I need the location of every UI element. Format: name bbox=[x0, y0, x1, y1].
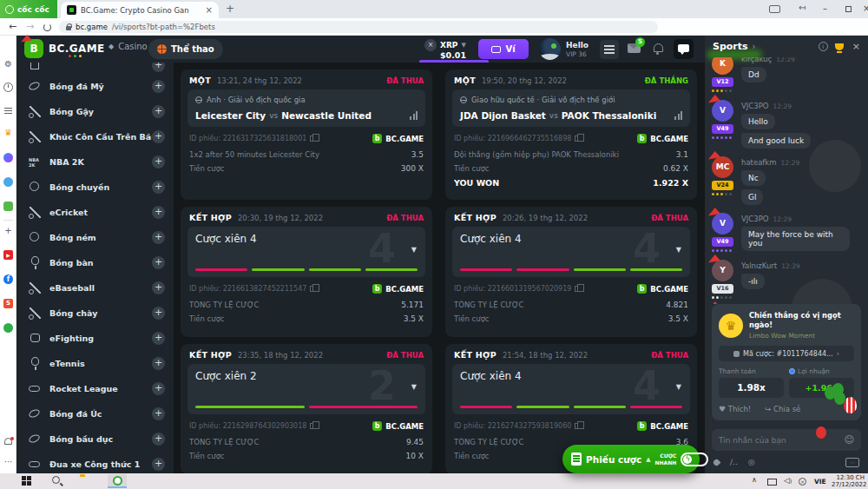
add-favorite-button[interactable]: + bbox=[152, 382, 165, 395]
chat-toggle-button[interactable] bbox=[674, 39, 694, 59]
crown-rewards-icon[interactable]: ♛ bbox=[3, 128, 13, 137]
combo-panel[interactable]: Cược xiên 4 4 ▼ bbox=[452, 227, 690, 277]
expand-caret-icon[interactable]: ▼ bbox=[676, 246, 681, 254]
sidebar-item[interactable]: Bóng đá Mỹ + bbox=[16, 74, 174, 99]
gamepad-icon[interactable] bbox=[3, 202, 13, 211]
add-favorite-button[interactable]: + bbox=[152, 130, 165, 143]
reading-list-icon[interactable] bbox=[3, 106, 13, 116]
info-icon[interactable]: i bbox=[819, 42, 828, 51]
sidebar-item[interactable]: Bóng đá Úc + bbox=[16, 401, 174, 426]
quick-bet-toggle[interactable]: ϟ bbox=[681, 453, 708, 466]
expand-caret-icon[interactable]: ▼ bbox=[411, 246, 417, 254]
add-favorite-button[interactable]: + bbox=[152, 63, 165, 72]
sidebar-item[interactable]: eFighting + bbox=[16, 326, 174, 351]
messenger-icon[interactable] bbox=[3, 153, 13, 162]
coccoc-brand-button[interactable]: cốc cốc bbox=[0, 0, 57, 18]
add-favorite-button[interactable]: + bbox=[152, 407, 165, 420]
history-clock-icon[interactable] bbox=[3, 83, 13, 92]
start-button[interactable] bbox=[22, 476, 31, 486]
bet-list-button[interactable] bbox=[600, 40, 619, 59]
minimize-button[interactable]: – bbox=[823, 3, 827, 13]
like-button[interactable]: ♥ Thích! bbox=[719, 405, 751, 413]
close-window-button[interactable]: × bbox=[863, 3, 868, 13]
copy-icon[interactable] bbox=[310, 286, 315, 292]
more-options-icon[interactable]: ··· bbox=[3, 457, 13, 466]
add-favorite-button[interactable]: + bbox=[152, 80, 165, 93]
username[interactable]: Hello bbox=[566, 41, 589, 50]
youtube-icon[interactable]: ▶ bbox=[3, 250, 13, 260]
copy-icon[interactable] bbox=[310, 135, 315, 142]
sidebar-item[interactable]: Bóng Gậy + bbox=[16, 99, 174, 124]
match-panel[interactable]: Giao hữu quốc tế · Giải vô địch thế giới… bbox=[452, 89, 690, 127]
sidebar-item[interactable]: Bóng bàn + bbox=[16, 250, 174, 275]
add-favorite-button[interactable]: + bbox=[152, 458, 165, 471]
expand-caret-icon[interactable]: ▼ bbox=[676, 383, 681, 391]
add-favorite-button[interactable]: + bbox=[152, 256, 165, 269]
sidebar-item[interactable]: Bóng ném + bbox=[16, 225, 174, 250]
add-favorite-button[interactable]: + bbox=[152, 357, 165, 370]
add-favorite-button[interactable]: + bbox=[152, 433, 165, 446]
avatar[interactable]: K bbox=[712, 57, 733, 75]
settings-gear-icon[interactable]: ⚙ bbox=[3, 59, 13, 69]
add-favorite-button[interactable]: + bbox=[152, 332, 165, 345]
share-button[interactable]: ↪ Chia sẻ bbox=[765, 405, 800, 413]
sidebar-item[interactable]: NBA 2K NBA 2K + bbox=[16, 149, 174, 175]
tray-app-icon[interactable]: × bbox=[799, 478, 806, 486]
sidebar-item[interactable]: Đua xe Công thức 1 + bbox=[16, 452, 174, 473]
combo-panel[interactable]: Cược xiên 2 2 ▼ bbox=[187, 364, 425, 414]
new-tab-button[interactable]: + bbox=[226, 3, 234, 15]
add-favorite-button[interactable]: + bbox=[152, 155, 165, 169]
sidebar-item[interactable]: Bóng chày + bbox=[16, 301, 174, 326]
add-favorite-button[interactable]: + bbox=[152, 206, 165, 219]
add-favorite-button[interactable]: + bbox=[152, 307, 165, 320]
gif-keyboard-icon[interactable]: ··· bbox=[845, 458, 859, 467]
language-indicator[interactable]: VIE bbox=[814, 478, 826, 486]
add-favorite-button[interactable]: + bbox=[152, 181, 165, 194]
bet-code-pill[interactable]: Mã cược: #1011764844...› bbox=[719, 346, 854, 361]
stats-icon[interactable] bbox=[410, 111, 418, 120]
refresh-button[interactable] bbox=[43, 23, 51, 31]
avatar[interactable]: V bbox=[712, 100, 733, 122]
chat-username[interactable]: hateafkm bbox=[741, 158, 777, 167]
chat-username[interactable]: VJC3PO bbox=[741, 102, 768, 110]
reader-mode-icon[interactable] bbox=[769, 5, 780, 13]
sidebar-item[interactable]: eTennis + bbox=[16, 351, 174, 376]
rain-icon[interactable] bbox=[713, 458, 721, 466]
forward-button[interactable]: → bbox=[26, 21, 34, 32]
add-favorite-button[interactable]: + bbox=[152, 281, 165, 294]
stats-icon[interactable] bbox=[674, 111, 682, 120]
avatar[interactable]: Y bbox=[712, 260, 733, 281]
sidebar-item[interactable]: Bóng bầu dục + bbox=[16, 426, 174, 452]
taskbar-search-icon[interactable] bbox=[52, 476, 60, 484]
rules-icon[interactable]: ∕.. bbox=[730, 458, 738, 466]
social-app-icon[interactable] bbox=[3, 177, 13, 187]
strip-bell-icon[interactable] bbox=[4, 438, 12, 445]
taskbar-clock[interactable]: 12:30 CH27/12/2022 bbox=[832, 474, 865, 489]
sidebar-item[interactable]: eBaseball + bbox=[16, 275, 174, 301]
sidebar-item[interactable]: Bóng chuyền + bbox=[16, 175, 174, 200]
tray-expand-icon[interactable]: ∧ bbox=[752, 476, 757, 484]
facebook-icon[interactable]: f bbox=[3, 274, 13, 284]
copy-icon[interactable] bbox=[575, 135, 580, 142]
betslip-button[interactable]: Phiếu cược ▲ CƯỢC NHANH ϟ bbox=[562, 445, 700, 473]
copy-icon[interactable] bbox=[575, 423, 580, 429]
back-button[interactable]: ← bbox=[9, 21, 16, 32]
sidebar-item[interactable]: Khúc Côn Cầu Trên Băng + bbox=[16, 124, 174, 149]
tab-sports[interactable]: Thể thao bbox=[148, 39, 223, 59]
tab-close-icon[interactable]: × bbox=[206, 5, 213, 15]
chat-username[interactable]: VJC3PO bbox=[741, 215, 768, 223]
add-shortcut-icon[interactable]: + bbox=[3, 226, 13, 235]
chat-username[interactable]: YalnızKurt bbox=[741, 261, 777, 270]
address-bar[interactable]: bc.game/vi/sports?bt-path=%2Fbets bbox=[59, 21, 658, 33]
chevron-right-icon[interactable]: › bbox=[753, 42, 756, 51]
chat-input[interactable]: Tin nhắn của bạn ☺ bbox=[712, 429, 861, 451]
copy-icon[interactable] bbox=[575, 286, 580, 292]
tab-casino[interactable]: ◆Casino bbox=[108, 42, 148, 51]
combo-panel[interactable]: Cược xiên 4 4 ▼ bbox=[187, 227, 425, 277]
chat-room-title[interactable]: Sports bbox=[713, 41, 748, 52]
sidebar-item[interactable]: eCricket + bbox=[16, 200, 174, 225]
maximize-button[interactable] bbox=[845, 6, 852, 12]
close-chat-icon[interactable]: × bbox=[852, 41, 860, 52]
green-app-icon[interactable] bbox=[3, 323, 13, 333]
avatar[interactable]: MC bbox=[712, 156, 733, 178]
